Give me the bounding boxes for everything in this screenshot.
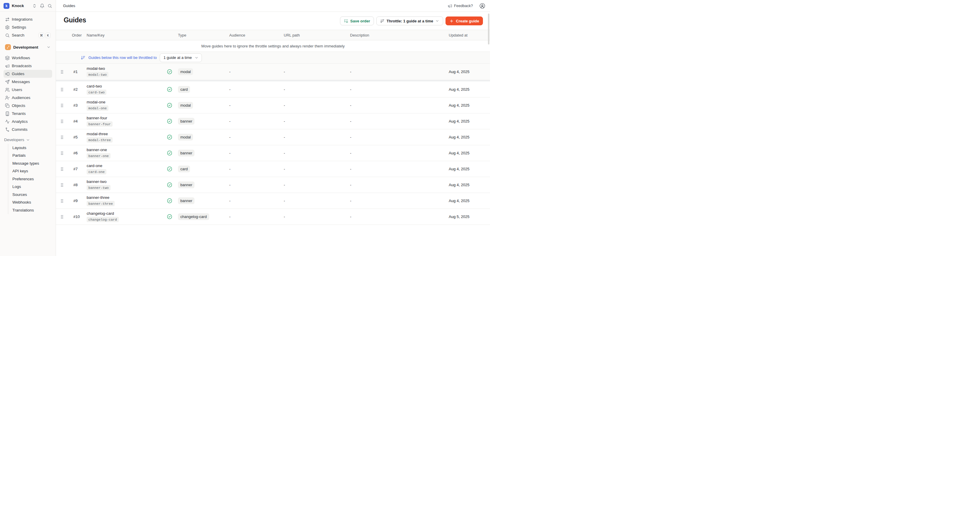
throttle-dropdown-button[interactable]: Throttle: 1 guide at a time (376, 16, 443, 25)
guide-order: #4 (70, 119, 84, 123)
guide-row[interactable]: #5 modal-three modal-three modal - - - A… (56, 129, 490, 145)
guide-name[interactable]: modal-two (87, 66, 105, 71)
guide-row[interactable]: #3 modal-one modal-one modal - - - Aug 4… (56, 97, 490, 113)
developers-section-toggle[interactable]: Developers (3, 138, 52, 142)
sidebar-item-settings[interactable]: Settings (3, 23, 52, 31)
guide-order: #9 (70, 199, 84, 203)
guide-row[interactable]: #8 banner-two banner-two banner - - - Au… (56, 177, 490, 193)
guide-type-badge: banner (178, 149, 194, 156)
guide-row[interactable]: #4 banner-four banner-four banner - - - … (56, 113, 490, 129)
drag-handle-icon[interactable] (56, 167, 70, 172)
vertical-scrollbar[interactable] (488, 14, 489, 45)
table-header-row: Order Name/Key Type Audience URL path De… (56, 30, 490, 40)
sidebar-item-partials[interactable]: Partials (8, 152, 52, 160)
drag-handle-icon[interactable] (56, 103, 70, 108)
throttle-value-dropdown[interactable]: 1 guide at a time (160, 53, 202, 62)
shortcut-key: K (45, 33, 51, 38)
guide-row[interactable]: #7 card-one card-one card - - - Aug 4, 2… (56, 161, 490, 177)
plus-icon (449, 19, 454, 23)
guide-updated-at: Aug 4, 2025 (446, 87, 490, 92)
sidebar-top-items: Integrations Settings Search ⌘K (3, 15, 52, 39)
chevrons-up-down-icon[interactable] (32, 3, 37, 8)
bell-icon[interactable] (40, 3, 45, 8)
sidebar-item-guides[interactable]: Guides (3, 70, 52, 78)
drag-handle-icon[interactable] (56, 151, 70, 156)
guide-row[interactable]: #9 banner-three banner-three banner - - … (56, 193, 490, 209)
guide-name[interactable]: card-one (87, 164, 102, 168)
drag-handle-icon[interactable] (56, 199, 70, 203)
sidebar-item-translations[interactable]: Translations (8, 206, 52, 214)
guide-key-badge: card-two (87, 89, 107, 95)
guide-key-badge: banner-three (87, 201, 115, 206)
search-icon[interactable] (48, 3, 52, 8)
guide-updated-at: Aug 4, 2025 (446, 199, 490, 203)
sidebar-item-preferences[interactable]: Preferences (8, 175, 52, 183)
guide-row[interactable]: #6 banner-one banner-one banner - - - Au… (56, 145, 490, 161)
guide-row[interactable]: #10 changelog-card changelog-card change… (56, 209, 490, 225)
guide-updated-at: Aug 4, 2025 (446, 151, 490, 155)
drag-handle-icon[interactable] (56, 70, 70, 74)
guide-row[interactable]: #2 card-two card-two card - - - Aug 4, 2… (56, 82, 490, 97)
create-guide-button[interactable]: Create guide (445, 16, 483, 25)
sidebar-item-commits[interactable]: Commits (3, 126, 52, 134)
sidebar-item-layouts[interactable]: Layouts (8, 144, 52, 152)
guide-audience: - (227, 215, 282, 219)
status-check-circle-icon (165, 214, 176, 219)
user-avatar-icon[interactable] (479, 3, 485, 9)
throttle-row-text: Guides below this row will be throttled … (88, 56, 157, 60)
drag-handle-icon[interactable] (56, 215, 70, 219)
sidebar-item-integrations[interactable]: Integrations (3, 15, 52, 23)
status-check-circle-icon (165, 150, 176, 156)
guide-type-badge: modal (178, 68, 193, 75)
sidebar-item-search[interactable]: Search ⌘K (3, 31, 52, 39)
guide-url-path: - (282, 103, 348, 108)
guide-description: - (348, 119, 446, 123)
feedback-label: Feedback? (454, 3, 473, 8)
git-branch-icon (5, 127, 10, 132)
column-header-name-key: Name/Key (84, 33, 165, 37)
guide-name[interactable]: banner-three (87, 195, 109, 200)
guide-name[interactable]: banner-one (87, 148, 107, 152)
guide-name[interactable]: changelog-card (87, 211, 114, 216)
sidebar-item-sources[interactable]: Sources (8, 191, 52, 199)
sidebar-item-audiences[interactable]: Audiences (3, 94, 52, 102)
guide-type-cell: card (176, 165, 227, 172)
guide-key-badge: banner-four (87, 121, 113, 127)
guide-name[interactable]: modal-three (87, 132, 108, 136)
sidebar-item-analytics[interactable]: Analytics (3, 118, 52, 126)
guide-type-badge: banner (178, 181, 194, 188)
guide-name[interactable]: banner-two (87, 180, 107, 184)
sidebar-item-webhooks[interactable]: Webhooks (8, 199, 52, 207)
sidebar-item-workflows[interactable]: Workflows (3, 54, 52, 62)
sidebar-item-broadcasts[interactable]: Broadcasts (3, 62, 52, 70)
save-order-button[interactable]: Save order (340, 16, 374, 25)
drag-handle-icon[interactable] (56, 183, 70, 188)
guide-name[interactable]: modal-one (87, 100, 105, 104)
drag-handle-icon[interactable] (56, 119, 70, 124)
building-icon (5, 111, 10, 116)
drag-handle-icon[interactable] (56, 87, 70, 92)
sidebar-item-message-types[interactable]: Message types (8, 159, 52, 167)
search-icon (5, 33, 10, 38)
sidebar-item-users[interactable]: Users (3, 86, 52, 94)
sort-descending-icon (81, 56, 86, 60)
workspace-switcher[interactable]: Development (3, 43, 52, 52)
sidebar-item-tenants[interactable]: Tenants (3, 110, 52, 118)
guide-name[interactable]: card-two (87, 84, 102, 88)
feedback-button[interactable]: Feedback? (446, 3, 475, 8)
knock-logo[interactable]: k (3, 3, 10, 9)
page-title: Guides (64, 16, 86, 24)
save-order-label: Save order (350, 19, 370, 23)
drag-handle-icon[interactable] (56, 135, 70, 140)
sidebar-item-api-keys[interactable]: API keys (8, 167, 52, 175)
sidebar-item-logs[interactable]: Logs (8, 183, 52, 191)
guide-name[interactable]: banner-four (87, 116, 107, 120)
sidebar-item-messages[interactable]: Messages (3, 78, 52, 86)
guide-row[interactable]: #1 modal-two modal-two modal - - - Aug 4… (56, 64, 490, 80)
throttle-value: 1 guide at a time (164, 56, 192, 60)
column-header-audience: Audience (227, 33, 282, 37)
sidebar-item-objects[interactable]: Objects (3, 102, 52, 110)
unthrottled-dropzone[interactable]: Move guides here to ignore the throttle … (56, 40, 490, 52)
guide-key-badge: changelog-card (87, 217, 119, 222)
chevron-down-icon (194, 56, 199, 60)
